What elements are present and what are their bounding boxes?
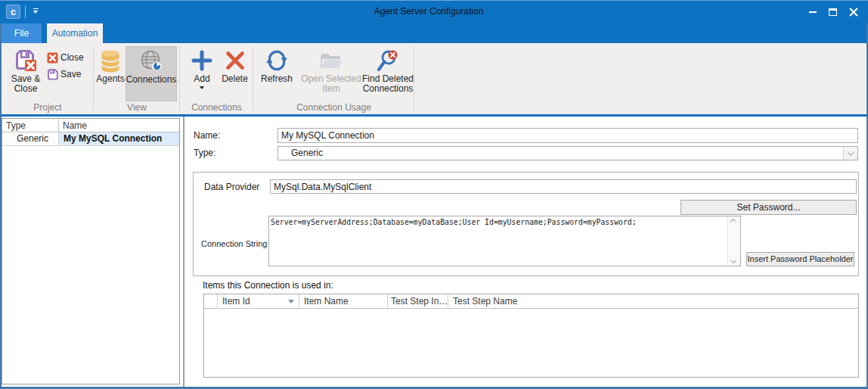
main-area: Type Name Generic My MySQL Connection Na… — [2, 117, 866, 387]
tab-file[interactable]: File — [2, 23, 42, 43]
group-separator — [414, 46, 414, 111]
connection-name-cell[interactable]: My MySQL Connection — [59, 132, 179, 145]
open-selected-item-button: Open Selected Item — [299, 46, 364, 104]
insert-password-placeholder-button[interactable]: Insert Password Placeholder — [746, 252, 854, 266]
window-frame — [0, 0, 868, 1]
open-selected-item-label: Open Selected Item — [299, 74, 364, 94]
maximize-button[interactable] — [823, 0, 843, 23]
connection-string-text: Server=myServerAddress;Database=myDataBa… — [271, 217, 726, 265]
agents-label: Agents — [96, 74, 124, 84]
find-deleted-connections-icon — [376, 48, 400, 73]
close-icon — [849, 8, 858, 17]
close-project-icon — [47, 52, 58, 64]
find-deleted-connections-button[interactable]: Find Deleted Connections — [359, 46, 417, 104]
name-label: Name: — [194, 128, 220, 143]
connection-string-textarea[interactable]: Server=myServerAddress;Database=myDataBa… — [268, 216, 741, 266]
save-and-close-icon — [14, 48, 38, 73]
refresh-label: Refresh — [261, 74, 293, 84]
connection-string-label: Connection String — [201, 238, 267, 250]
items-used-in-label: Items this Connection is used in: — [203, 280, 333, 291]
items-grid-header: Item Id Item Name Test Step In… Test Ste… — [204, 294, 858, 309]
window-controls — [802, 0, 863, 23]
add-label: Add — [194, 74, 209, 84]
data-provider-label: Data Provider — [204, 180, 259, 194]
ribbon: Save & Close Close — [0, 43, 868, 114]
group-label-view: View — [94, 102, 180, 113]
items-grid: Item Id Item Name Test Step In… Test Ste… — [203, 294, 859, 378]
type-combo-dropdown-button[interactable] — [843, 147, 857, 160]
close-project-button[interactable]: Close — [47, 51, 84, 64]
ribbon-tab-row: File Automation — [0, 23, 868, 43]
group-label-connection-usage: Connection Usage — [253, 102, 414, 113]
save-and-close-button[interactable]: Save & Close — [5, 46, 46, 104]
add-icon — [190, 48, 214, 73]
delete-icon — [223, 48, 247, 73]
textarea-scrollbar[interactable] — [727, 216, 740, 266]
close-button[interactable] — [843, 0, 863, 23]
ribbon-group-view: Agents Connections View — [94, 43, 180, 114]
minimize-button[interactable] — [802, 0, 823, 23]
connection-type-cell[interactable]: Generic — [2, 132, 59, 145]
group-label-project: Project — [2, 102, 94, 113]
add-button[interactable]: Add — [186, 46, 218, 104]
refresh-button[interactable]: Refresh — [258, 46, 296, 104]
save-button[interactable]: Save — [47, 68, 81, 80]
scroll-up-icon[interactable] — [731, 219, 736, 224]
agents-button[interactable]: Agents — [94, 46, 127, 104]
data-provider-input[interactable] — [270, 179, 857, 194]
ribbon-group-connection-usage: Refresh Open Selected Item — [253, 43, 414, 114]
connections-button[interactable]: Connections — [126, 46, 177, 101]
maximize-icon — [829, 8, 837, 16]
connection-form: Name: Type: Generic Data Provider Set Pa… — [184, 117, 866, 387]
column-header-test-step-name[interactable]: Test Step Name — [448, 294, 858, 308]
delete-button[interactable]: Delete — [218, 46, 252, 104]
minimize-icon — [809, 11, 817, 13]
open-selected-item-icon — [319, 48, 343, 73]
name-input[interactable] — [277, 128, 858, 143]
close-project-label: Close — [60, 52, 84, 63]
save-icon — [47, 69, 58, 80]
delete-label: Delete — [222, 74, 248, 84]
agents-icon — [98, 48, 122, 73]
ribbon-group-connections: Add Delete Connections — [180, 43, 253, 114]
tab-automation[interactable]: Automation — [47, 23, 103, 43]
column-header-type[interactable]: Type — [2, 119, 59, 132]
find-deleted-connections-label: Find Deleted Connections — [359, 74, 417, 94]
connections-list: Type Name Generic My MySQL Connection — [2, 118, 180, 384]
connections-label: Connections — [126, 75, 177, 85]
connections-list-header: Type Name — [2, 119, 179, 132]
column-header-test-step-index[interactable]: Test Step In… — [388, 294, 448, 308]
title-bar: c Agent Server Configuration — [0, 0, 868, 23]
type-label: Type: — [194, 146, 215, 160]
type-combo-value: Generic — [291, 147, 323, 160]
ribbon-accent-line — [0, 114, 868, 117]
type-combo[interactable]: Generic — [277, 146, 858, 160]
connections-icon — [139, 49, 163, 73]
window-title: Agent Server Configuration — [0, 0, 868, 23]
app-window: c Agent Server Configuration File Automa… — [0, 0, 868, 389]
row-indicator-column — [204, 294, 218, 308]
connection-row[interactable]: Generic My MySQL Connection — [2, 132, 179, 146]
set-password-button[interactable]: Set Password... — [680, 200, 857, 215]
scroll-down-icon[interactable] — [731, 258, 736, 263]
column-header-item-name[interactable]: Item Name — [299, 294, 388, 308]
refresh-icon — [265, 48, 289, 73]
ribbon-group-project: Save & Close Close — [2, 43, 94, 114]
window-frame — [0, 23, 2, 389]
save-label: Save — [60, 69, 81, 79]
group-label-connections: Connections — [180, 102, 253, 113]
add-dropdown-icon[interactable] — [200, 86, 204, 89]
chevron-down-icon — [848, 149, 854, 156]
item-id-text: Item Id — [222, 296, 250, 307]
column-header-item-id[interactable]: Item Id — [218, 294, 299, 308]
column-header-name[interactable]: Name — [59, 119, 179, 132]
save-and-close-label: Save & Close — [5, 74, 46, 94]
filter-dropdown-icon[interactable] — [288, 300, 294, 303]
